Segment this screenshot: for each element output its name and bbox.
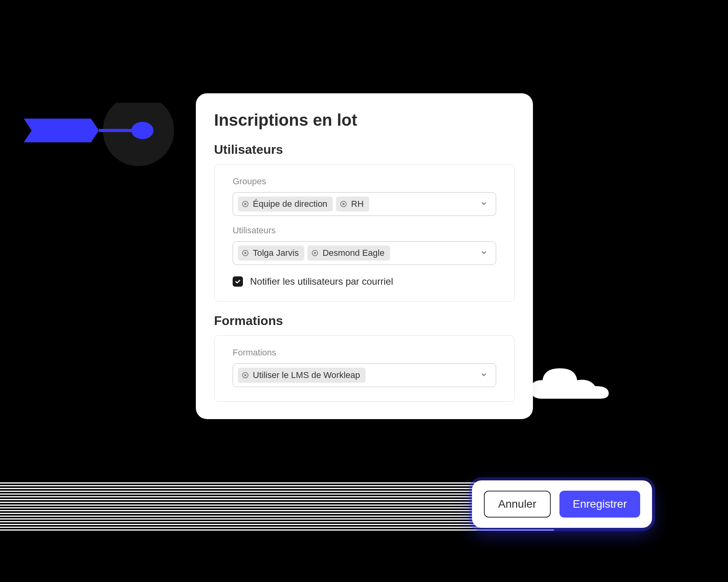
chevron-down-icon bbox=[480, 199, 488, 209]
remove-chip-icon[interactable] bbox=[242, 372, 249, 379]
users-label: Utilisateurs bbox=[233, 225, 496, 236]
users-multiselect[interactable]: Tolga Jarvis Desmond Eagle bbox=[233, 241, 496, 265]
modal-title: Inscriptions en lot bbox=[214, 111, 515, 130]
chip-label: RH bbox=[351, 199, 364, 209]
users-section-title: Utilisateurs bbox=[214, 142, 515, 157]
chip-label: Équipe de direction bbox=[253, 199, 327, 209]
user-chip: Desmond Eagle bbox=[307, 246, 390, 261]
batch-enrollment-modal: Inscriptions en lot Utilisateurs Groupes… bbox=[196, 93, 533, 419]
chevron-down-icon bbox=[480, 248, 488, 258]
chip-label: Desmond Eagle bbox=[322, 248, 385, 258]
groups-label: Groupes bbox=[233, 176, 496, 187]
notify-checkbox-label: Notifier les utilisateurs par courriel bbox=[250, 276, 393, 287]
chevron-down-icon bbox=[480, 370, 488, 380]
lines-decoration bbox=[0, 482, 554, 542]
users-section-box: Groupes Équipe de direction RH bbox=[214, 164, 515, 302]
training-chip: Utiliser le LMS de Workleap bbox=[238, 368, 366, 383]
user-chip: Tolga Jarvis bbox=[238, 246, 304, 261]
trainings-section-title: Formations bbox=[214, 314, 515, 328]
remove-chip-icon[interactable] bbox=[242, 200, 249, 208]
notify-checkbox[interactable] bbox=[233, 276, 243, 287]
arrow-target-decoration bbox=[20, 103, 138, 134]
group-chip: RH bbox=[336, 197, 369, 212]
remove-chip-icon[interactable] bbox=[340, 200, 347, 208]
cloud-decoration bbox=[526, 364, 613, 409]
cancel-button[interactable]: Annuler bbox=[484, 491, 551, 518]
notify-checkbox-row: Notifier les utilisateurs par courriel bbox=[233, 276, 496, 287]
remove-chip-icon[interactable] bbox=[311, 249, 318, 257]
remove-chip-icon[interactable] bbox=[242, 249, 249, 257]
action-bar: Annuler Enregistrer bbox=[472, 480, 652, 528]
chip-label: Utiliser le LMS de Workleap bbox=[253, 370, 360, 380]
group-chip: Équipe de direction bbox=[238, 197, 333, 212]
groups-multiselect[interactable]: Équipe de direction RH bbox=[233, 192, 496, 216]
trainings-label: Formations bbox=[233, 348, 496, 358]
chip-label: Tolga Jarvis bbox=[253, 248, 299, 258]
svg-point-2 bbox=[131, 122, 154, 139]
trainings-section-box: Formations Utiliser le LMS de Workleap bbox=[214, 335, 515, 402]
trainings-multiselect[interactable]: Utiliser le LMS de Workleap bbox=[233, 363, 496, 387]
save-button[interactable]: Enregistrer bbox=[559, 491, 641, 518]
